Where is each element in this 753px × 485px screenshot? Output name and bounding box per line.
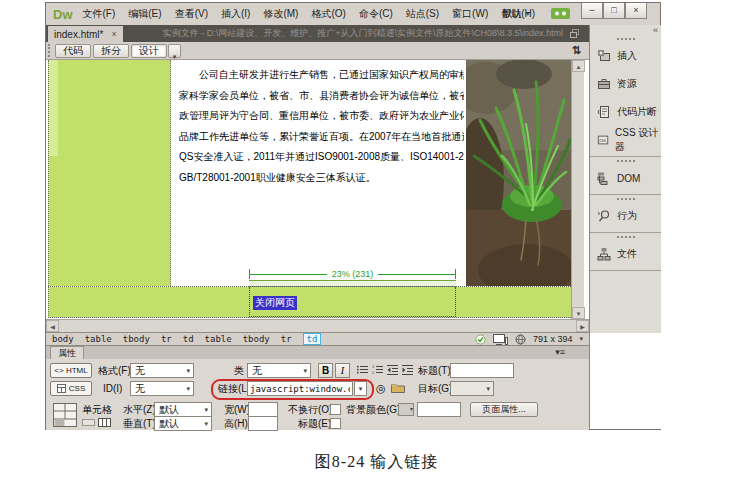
assets-icon: [597, 77, 611, 91]
plant-photo-image[interactable]: [466, 60, 571, 286]
header-checkbox[interactable]: [330, 418, 341, 429]
tag-td[interactable]: td: [183, 334, 194, 344]
vert-select[interactable]: 默认 ▾: [154, 416, 212, 431]
html-mode-button[interactable]: <> HTML: [50, 363, 92, 378]
tag-tr[interactable]: tr: [281, 334, 292, 344]
maximize-button[interactable]: □: [603, 3, 625, 19]
indent-icon[interactable]: [401, 363, 414, 376]
chevron-down-icon: ▾: [173, 53, 177, 60]
panel-grip-icon[interactable]: [590, 35, 661, 42]
table-cell-text[interactable]: 公司自主研发并进行生产销售，已通过国家知识产权局的审核取得专利。企业 家科学家会…: [172, 60, 466, 286]
sidebar-item-assets[interactable]: 资源: [590, 70, 661, 98]
design-view[interactable]: 公司自主研发并进行生产销售，已通过国家知识产权局的审核取得专利。企业 家科学家会…: [46, 60, 589, 332]
table-width-indicator[interactable]: 23% (231): [249, 268, 456, 280]
code-view-button[interactable]: 代码: [55, 44, 91, 58]
scroll-left-icon[interactable]: ◀: [46, 320, 59, 332]
tag-td-selected[interactable]: td: [303, 333, 322, 345]
window-size-value[interactable]: 791 x 394: [533, 334, 573, 344]
tag-tbody[interactable]: tbody: [123, 334, 150, 344]
design-view-dropdown[interactable]: ▾: [168, 44, 181, 58]
table-cell-green-left[interactable]: [48, 60, 171, 286]
split-view-button[interactable]: 拆分: [93, 44, 129, 58]
sidebar-item-files[interactable]: 文件: [590, 240, 661, 268]
panel-grip-icon[interactable]: [590, 157, 661, 164]
sidebar-item-behaviors[interactable]: 行为: [590, 202, 661, 230]
panel-grip-icon[interactable]: [590, 195, 661, 202]
tag-tbody[interactable]: tbody: [243, 334, 270, 344]
bold-button[interactable]: B: [318, 363, 333, 378]
restore-window-icon[interactable]: [570, 29, 579, 38]
unordered-list-icon[interactable]: [356, 363, 369, 376]
scroll-up-icon[interactable]: ▲: [572, 60, 585, 72]
scroll-down-icon[interactable]: ▼: [572, 307, 585, 319]
menu-edit[interactable]: 编辑(E): [128, 7, 161, 21]
properties-tab[interactable]: 属性: [50, 346, 84, 359]
sidebar-item-insert[interactable]: 插入: [590, 42, 661, 70]
link-input[interactable]: [247, 381, 353, 396]
nowrap-checkbox[interactable]: [330, 404, 341, 415]
menu-format[interactable]: 格式(O): [311, 7, 345, 21]
target-select[interactable]: ▾: [450, 381, 494, 396]
split-cell-icon[interactable]: [98, 417, 111, 430]
menu-file[interactable]: 文件(F): [83, 7, 116, 21]
horizontal-scrollbar[interactable]: ◀ ▶: [46, 319, 589, 332]
toolbar-grip-icon[interactable]: [48, 44, 51, 57]
menu-insert[interactable]: 插入(I): [221, 7, 250, 21]
css-designer-icon: css: [597, 133, 609, 147]
width-input[interactable]: [248, 402, 278, 417]
workspace-switcher[interactable]: 默认 ▾: [502, 7, 530, 21]
panel-grip-icon[interactable]: [590, 233, 661, 240]
outdent-icon[interactable]: [386, 363, 399, 376]
minimize-button[interactable]: –: [581, 3, 603, 19]
sidebar-item-dom[interactable]: DOM: [590, 164, 661, 192]
bg-color-swatch[interactable]: ▾: [398, 403, 414, 416]
browse-folder-icon[interactable]: [391, 382, 404, 395]
globe-preview-icon[interactable]: [515, 334, 526, 345]
menu-view[interactable]: 查看(V): [175, 7, 208, 21]
device-preview-icon[interactable]: [493, 334, 508, 345]
tab-close-icon[interactable]: ×: [111, 29, 116, 39]
menu-site[interactable]: 站点(S): [406, 7, 439, 21]
target-label: 目标(G): [418, 381, 452, 396]
document-tabbar: index.html* × 实例文件 - D:\网站建设、开发、维护、推广+从入…: [46, 25, 589, 42]
link-dropdown[interactable]: ▾: [354, 381, 367, 396]
collapse-panels-icon[interactable]: «: [653, 25, 658, 35]
tab-index-html[interactable]: index.html* ×: [48, 26, 123, 42]
height-input[interactable]: [248, 416, 278, 431]
menu-commands[interactable]: 命令(C): [359, 7, 393, 21]
css-mode-button[interactable]: CSS: [50, 381, 92, 396]
page-properties-button[interactable]: 页面属性...: [470, 402, 538, 417]
sidebar-item-css-designer[interactable]: css CSS 设计器: [590, 126, 661, 154]
panel-menu-icon[interactable]: ▾≡: [555, 347, 565, 357]
scroll-right-icon[interactable]: ▶: [576, 320, 589, 332]
tag-table[interactable]: table: [85, 334, 112, 344]
tag-table[interactable]: table: [205, 334, 232, 344]
error-check-icon[interactable]: [475, 334, 486, 345]
italic-button[interactable]: I: [335, 363, 350, 378]
file-management-icon[interactable]: ⇅: [572, 44, 581, 57]
format-select[interactable]: 无 ▾: [130, 363, 194, 378]
sidebar-item-snippets[interactable]: 代码片断: [590, 98, 661, 126]
ordered-list-icon[interactable]: 12: [371, 363, 384, 376]
vertical-scrollbar[interactable]: ▲ ▼: [571, 60, 584, 319]
merge-cells-icon[interactable]: [82, 417, 95, 430]
menu-window[interactable]: 窗口(W): [452, 7, 488, 21]
tag-body[interactable]: body: [52, 334, 74, 344]
title-input[interactable]: [450, 363, 514, 378]
tag-tr[interactable]: tr: [161, 334, 172, 344]
selected-link-text[interactable]: 关闭网页: [253, 296, 297, 310]
svg-text:2: 2: [372, 370, 375, 375]
nowrap-label: 不换行(O): [288, 402, 332, 417]
horz-select[interactable]: 默认 ▾: [154, 402, 212, 417]
chevron-down-icon[interactable]: ▾: [579, 335, 583, 343]
close-button[interactable]: ×: [625, 3, 647, 19]
class-select[interactable]: 无 ▾: [247, 363, 311, 378]
id-select[interactable]: 无 ▾: [130, 381, 194, 396]
bg-color-input[interactable]: [417, 402, 461, 417]
point-to-file-icon[interactable]: ◎: [376, 381, 386, 396]
menu-modify[interactable]: 修改(M): [263, 7, 298, 21]
dw-logo: Dw: [53, 7, 73, 22]
format-label: 格式(F): [98, 363, 131, 378]
design-view-button[interactable]: 设计: [131, 44, 167, 58]
sync-settings-icon[interactable]: [551, 8, 570, 19]
